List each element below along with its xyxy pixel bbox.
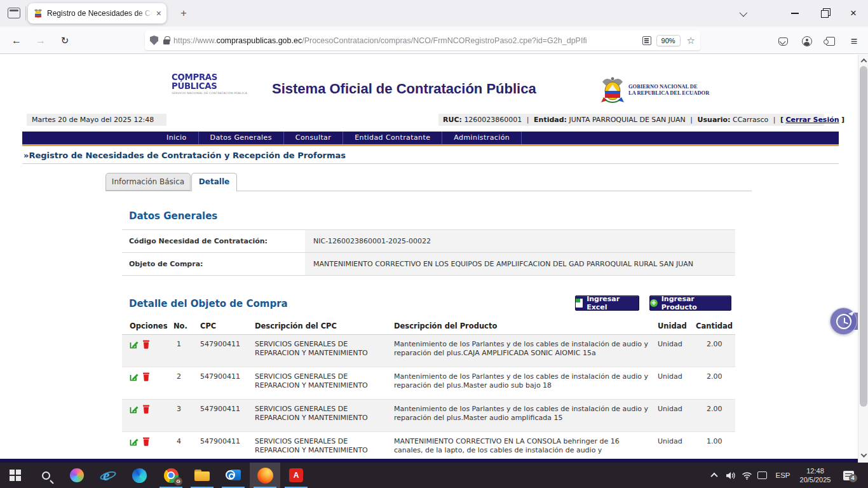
logo-tagline: SERVICIO NACIONAL DE CONTRATACIÓN PÚBLIC… bbox=[172, 92, 247, 95]
edit-icon[interactable] bbox=[130, 437, 139, 449]
cell-cantidad: 2.00 bbox=[696, 372, 735, 399]
cell-prod-desc: Mantenimiento de los Parlantes y de los … bbox=[394, 405, 658, 431]
volume-icon[interactable] bbox=[723, 463, 738, 488]
edge-icon[interactable] bbox=[124, 463, 154, 488]
edit-icon[interactable] bbox=[130, 372, 139, 384]
tab-list-chevron-icon[interactable] bbox=[728, 0, 756, 27]
col-cpc-desc: Descripción del CPC bbox=[255, 322, 394, 330]
window-minimize-button[interactable] bbox=[781, 0, 809, 27]
cell-unidad: Unidad bbox=[658, 340, 696, 367]
page-scrollbar[interactable] bbox=[858, 55, 868, 463]
window-restore-button[interactable] bbox=[810, 0, 838, 27]
internet-explorer-icon[interactable]: e bbox=[93, 463, 123, 488]
display-icon[interactable] bbox=[754, 463, 770, 488]
tray-expand-chevron-icon[interactable] bbox=[707, 463, 722, 488]
scroll-down-arrow[interactable] bbox=[858, 450, 868, 460]
clock-icon bbox=[836, 314, 851, 329]
hamburger-menu-icon[interactable]: ≡ bbox=[845, 32, 863, 50]
tracking-shield-icon[interactable] bbox=[150, 36, 158, 45]
excel-icon bbox=[576, 299, 583, 308]
outlook-icon[interactable] bbox=[218, 463, 248, 488]
nav-item-entidad-contratante[interactable]: Entidad Contratante bbox=[343, 132, 442, 144]
ruc-value: 1260023860001 bbox=[464, 116, 522, 124]
nav-item-datos-generales[interactable]: Datos Generales bbox=[199, 132, 284, 144]
chrome-profile-badge: G bbox=[174, 477, 182, 485]
col-prod-desc: Descripción del Producto bbox=[394, 322, 658, 330]
cell-no: 2 bbox=[173, 372, 200, 399]
ruc-label: RUC: bbox=[443, 116, 462, 124]
reader-mode-icon[interactable] bbox=[642, 36, 651, 45]
chrome-icon[interactable]: G bbox=[156, 463, 186, 488]
tab-informacion-basica[interactable]: Información Básica bbox=[105, 173, 191, 191]
notification-center-icon[interactable]: 4 bbox=[837, 463, 859, 488]
page-zoom-badge[interactable]: 90% bbox=[656, 35, 681, 46]
table-row: 3 547900411 SERVICIOS GENERALES DE REPAR… bbox=[122, 400, 735, 432]
ingresar-excel-button[interactable]: Ingresar Excel bbox=[575, 295, 639, 311]
page-title: Sistema Oficial de Contratación Pública bbox=[272, 81, 536, 97]
copilot-icon[interactable] bbox=[62, 463, 92, 488]
account-icon[interactable] bbox=[798, 32, 816, 50]
floating-clock-widget[interactable] bbox=[830, 308, 857, 335]
dg-row-objeto: Objeto de Compra: MANTENIMIENTO CORRECTI… bbox=[122, 253, 735, 276]
nav-item-consultar[interactable]: Consultar bbox=[284, 132, 343, 144]
new-tab-button[interactable]: + bbox=[175, 5, 192, 22]
back-button[interactable]: ← bbox=[8, 32, 25, 50]
reload-button[interactable]: ↻ bbox=[56, 32, 74, 50]
delete-icon[interactable] bbox=[142, 405, 150, 416]
table-row: 1 547900411 SERVICIOS GENERALES DE REPAR… bbox=[122, 335, 735, 367]
lock-icon[interactable] bbox=[163, 39, 170, 44]
ingresar-producto-button[interactable]: + Ingresar Producto bbox=[649, 295, 731, 311]
datetime-box: Martes 20 de Mayo del 2025 12:48 bbox=[27, 114, 166, 126]
pocket-icon[interactable] bbox=[774, 32, 792, 50]
cell-cantidad: 2.00 bbox=[696, 405, 735, 431]
col-no: No. bbox=[173, 322, 200, 330]
entity-label: Entidad: bbox=[534, 116, 567, 124]
logo-line1: COMPRAS bbox=[172, 72, 243, 81]
tab-favicon-ecuador-crest bbox=[33, 8, 43, 18]
tab-title: Registro de Necesidades de Con bbox=[47, 9, 153, 18]
delete-icon[interactable] bbox=[142, 437, 150, 449]
nav-item-administracion[interactable]: Administración bbox=[442, 132, 522, 144]
firefox-icon[interactable] bbox=[250, 463, 280, 488]
wifi-icon[interactable] bbox=[739, 463, 754, 488]
firefox-view-icon[interactable] bbox=[8, 8, 20, 18]
start-button[interactable] bbox=[0, 463, 31, 488]
acrobat-icon[interactable]: A bbox=[281, 463, 311, 488]
scroll-up-arrow[interactable] bbox=[858, 55, 868, 65]
cell-cpc: 547900411 bbox=[200, 405, 255, 431]
edit-icon[interactable] bbox=[130, 405, 139, 416]
table-row: 4 547900411 SERVICIOS GENERALES DE REPAR… bbox=[122, 432, 735, 463]
cell-prod-desc: Mantenimiento de los Parlantes y de los … bbox=[394, 340, 658, 367]
detalle-heading: Detalle del Objeto de Compra bbox=[129, 298, 288, 309]
window-close-button[interactable]: × bbox=[839, 0, 867, 27]
dg-row-codigo: Código Necesidad de Contratación: NIC-12… bbox=[122, 230, 735, 253]
url-bar[interactable]: https://www.compraspublicas.gob.ec/Proce… bbox=[145, 30, 700, 50]
cell-no: 1 bbox=[173, 340, 200, 367]
col-cantidad: Cantidad bbox=[696, 322, 735, 330]
browser-tab[interactable]: Registro de Necesidades de Con × bbox=[28, 3, 166, 24]
tab-detalle[interactable]: Detalle bbox=[191, 173, 237, 191]
search-icon[interactable] bbox=[31, 463, 61, 488]
cell-cpc-desc: SERVICIOS GENERALES DE REPARACION Y MANT… bbox=[255, 372, 394, 399]
forward-button[interactable]: → bbox=[32, 32, 50, 50]
cell-cpc-desc: SERVICIOS GENERALES DE REPARACION Y MANT… bbox=[255, 405, 394, 431]
nav-item-inicio[interactable]: Inicio bbox=[155, 132, 199, 144]
language-indicator[interactable]: ESP bbox=[771, 463, 794, 488]
web-page: COMPRAS PÚBLICAS SERVICIO NACIONAL DE CO… bbox=[0, 55, 858, 463]
dg-label: Objeto de Compra: bbox=[122, 253, 305, 275]
cell-no: 3 bbox=[173, 405, 200, 431]
file-explorer-icon[interactable] bbox=[187, 463, 217, 488]
delete-icon[interactable] bbox=[142, 340, 150, 351]
tab-separator bbox=[25, 6, 26, 20]
bookmark-star-icon[interactable]: ☆ bbox=[687, 35, 695, 46]
url-scheme: https://www. bbox=[173, 36, 216, 45]
table-row: 2 547900411 SERVICIOS GENERALES DE REPAR… bbox=[122, 367, 735, 400]
tab-close-icon[interactable]: × bbox=[156, 9, 161, 18]
edit-icon[interactable] bbox=[130, 340, 139, 351]
delete-icon[interactable] bbox=[142, 372, 150, 384]
extensions-icon[interactable] bbox=[822, 32, 839, 50]
tray-time: 12:48 bbox=[806, 466, 824, 475]
logout-link[interactable]: Cerrar Sesión bbox=[785, 116, 839, 124]
scrollbar-thumb[interactable] bbox=[860, 66, 867, 407]
clock-datetime[interactable]: 12:48 20/5/2025 bbox=[796, 463, 835, 488]
